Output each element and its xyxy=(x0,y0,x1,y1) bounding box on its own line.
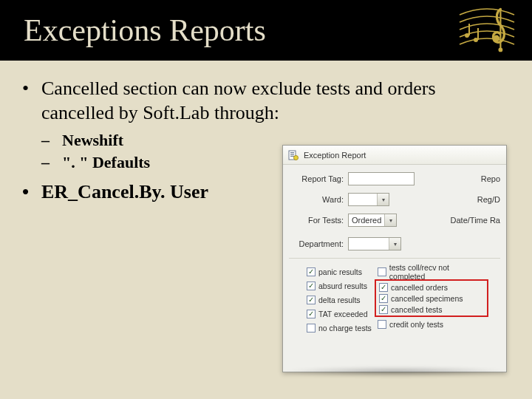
checkbox-icon xyxy=(378,267,386,276)
svg-rect-6 xyxy=(477,28,479,40)
slide-title: Exceptions Reports xyxy=(24,13,266,48)
checkbox-icon xyxy=(379,294,388,303)
chk-label: cancelled tests xyxy=(391,305,442,314)
chevron-down-icon[interactable]: ▾ xyxy=(377,194,389,205)
chk-delta-results[interactable]: delta results xyxy=(305,294,376,306)
chk-credit-only-tests[interactable]: credit only tests xyxy=(376,318,487,330)
dialog-title: Exception Report xyxy=(304,151,366,160)
chk-label: delta results xyxy=(318,296,361,304)
chk-no-charge-tests[interactable]: no charge tests xyxy=(305,322,376,334)
row-ward: Ward: ▾ Reg/D xyxy=(289,193,500,206)
for-tests-value: Ordered xyxy=(349,216,384,225)
label-report-tag: Report Tag: xyxy=(289,174,344,183)
checkbox-icon xyxy=(379,305,388,314)
svg-point-0 xyxy=(494,35,500,42)
svg-point-2 xyxy=(499,48,503,52)
checkbox-icon xyxy=(378,320,386,329)
ward-combo[interactable]: ▾ xyxy=(348,193,389,206)
chevron-down-icon[interactable]: ▾ xyxy=(384,214,396,226)
dialog-form: Report Tag: Repo Ward: ▾ Reg/D For Tests… xyxy=(283,165,506,338)
svg-rect-10 xyxy=(290,155,294,156)
label-department: Department: xyxy=(289,239,344,248)
label-ward: Ward: xyxy=(289,195,344,204)
chk-label: tests coll/recv not completed xyxy=(389,263,485,281)
exception-report-dialog: Exception Report Report Tag: Repo Ward: … xyxy=(282,145,507,372)
chk-absurd-results[interactable]: absurd results xyxy=(305,280,376,292)
department-combo[interactable]: ▾ xyxy=(348,237,401,250)
music-logo xyxy=(454,1,520,58)
checkbox-icon xyxy=(307,310,316,318)
chevron-down-icon[interactable]: ▾ xyxy=(389,238,400,250)
chk-label: credit only tests xyxy=(389,320,443,329)
checkbox-icon xyxy=(307,296,316,304)
cancelled-highlight-box: cancelled orders cancelled specimens can… xyxy=(375,279,488,317)
bullet-text: Cancelled section can now exclude tests … xyxy=(41,78,436,123)
checkbox-icon xyxy=(307,282,316,290)
title-bar: Exceptions Reports xyxy=(0,0,532,61)
chk-label: cancelled orders xyxy=(391,283,448,292)
row-report-tag: Report Tag: Repo xyxy=(289,172,500,185)
dialog-title-bar: Exception Report xyxy=(283,146,506,165)
chk-label: panic results xyxy=(318,267,362,276)
label-datetime-range: Date/Time Ra xyxy=(446,216,500,225)
chk-label: no charge tests xyxy=(318,324,372,332)
chk-panic-results[interactable]: panic results xyxy=(305,266,376,278)
chk-cancelled-specimens[interactable]: cancelled specimens xyxy=(378,293,485,304)
report-icon xyxy=(287,149,299,161)
chk-cancelled-orders[interactable]: cancelled orders xyxy=(378,282,485,293)
checkbox-col-1: panic results absurd results delta resul… xyxy=(305,266,376,334)
for-tests-combo[interactable]: Ordered ▾ xyxy=(348,214,397,227)
label-reg-right: Reg/D xyxy=(473,195,500,204)
svg-rect-9 xyxy=(290,154,294,154)
row-department: Department: ▾ xyxy=(289,237,500,259)
label-for-tests: For Tests: xyxy=(289,216,344,225)
chk-label: absurd results xyxy=(318,282,367,290)
report-tag-input[interactable] xyxy=(348,172,415,185)
row-for-tests: For Tests: Ordered ▾ Date/Time Ra xyxy=(289,214,500,227)
checkbox-col-2: tests coll/recv not completed cancelled … xyxy=(376,266,487,334)
checkbox-grid: panic results absurd results delta resul… xyxy=(289,265,500,334)
checkbox-icon xyxy=(307,267,316,276)
chk-label: TAT exceeded xyxy=(318,310,368,318)
svg-rect-8 xyxy=(290,152,294,153)
checkbox-icon xyxy=(379,283,388,292)
chk-cancelled-tests[interactable]: cancelled tests xyxy=(378,304,485,315)
checkbox-icon xyxy=(307,324,316,332)
chk-tests-coll-recv[interactable]: tests coll/recv not completed xyxy=(376,266,487,278)
svg-point-11 xyxy=(294,155,299,160)
chk-tat-exceeded[interactable]: TAT exceeded xyxy=(305,308,376,320)
chk-label: cancelled specimens xyxy=(391,294,463,303)
svg-rect-4 xyxy=(468,24,470,35)
label-report-right: Repo xyxy=(477,174,500,183)
